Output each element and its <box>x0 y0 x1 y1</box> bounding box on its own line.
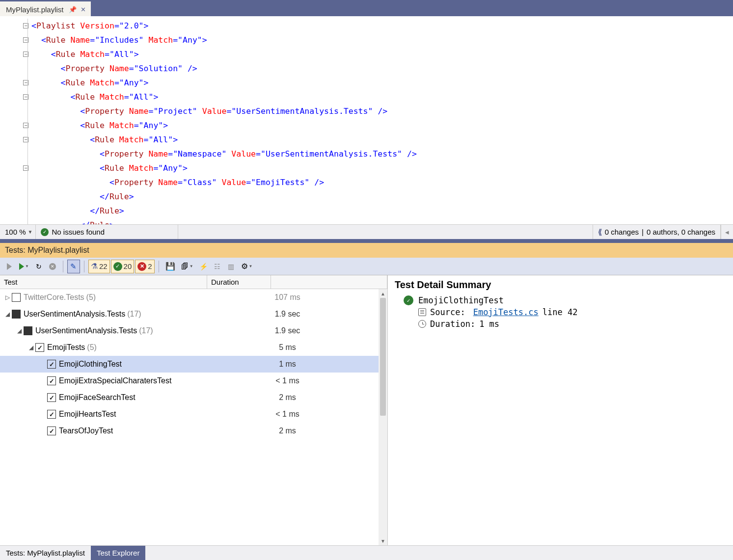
zoom-dropdown[interactable]: 100 % ▼ <box>0 225 36 239</box>
flask-icon: ⚗ <box>91 262 98 271</box>
total-count: 22 <box>99 262 108 270</box>
close-icon[interactable]: ✕ <box>81 6 86 13</box>
column-header-test[interactable]: Test <box>0 275 207 289</box>
save-button[interactable]: 💾 <box>163 260 178 273</box>
code-editor[interactable]: −−−−−−−− <Playlist Version="2.0"> <Rule … <box>0 16 733 224</box>
issues-text: No issues found <box>52 228 105 236</box>
gear-icon: ⚙ <box>241 262 248 271</box>
toolbar-separator <box>159 261 159 272</box>
tree-item-duration: 5 ms <box>207 343 387 352</box>
clock-icon <box>418 320 426 328</box>
bolt-icon: ⚡ <box>199 263 208 270</box>
run-all-button[interactable] <box>3 260 16 273</box>
columns-button[interactable]: ▥ <box>225 260 238 273</box>
scroll-up-arrow[interactable]: ▲ <box>379 289 387 298</box>
tree-row[interactable]: EmojiFaceSearchTest2 ms <box>0 389 387 406</box>
stop-icon <box>49 263 56 270</box>
run-button[interactable]: ▼ <box>17 260 31 273</box>
tree-row[interactable]: TearsOfJoyTest2 ms <box>0 423 387 439</box>
expand-toggle[interactable]: ◢ <box>16 327 23 334</box>
separator: | <box>642 228 644 236</box>
columns-icon: ▥ <box>228 263 234 270</box>
tree-item-duration: 107 ms <box>207 293 387 302</box>
repeat-icon: ↻ <box>36 263 42 270</box>
changes-indicator[interactable]: ⟪ 0 changes | 0 authors, 0 changes <box>593 225 721 239</box>
tree-item-duration: < 1 ms <box>207 376 387 385</box>
tree-item-count: (17) <box>139 326 153 335</box>
expand-toggle[interactable]: ▷ <box>4 294 11 301</box>
tree-item-duration: 2 ms <box>207 393 387 402</box>
document-icon <box>418 308 426 316</box>
total-tests-filter[interactable]: ⚗ 22 <box>88 260 110 273</box>
editor-tab-bar: MyPlaylist.playlist 📌 ✕ <box>0 0 733 16</box>
chevron-down-icon: ▼ <box>190 264 193 268</box>
tests-toolbar: ▼ ↻ ✎ ⚗ 22 ✓ 20 ✕ 2 💾 🗐▼ ⚡ ☷ ▥ ⚙▼ <box>0 258 733 275</box>
tree-item-label: UserSentimentAnalysis.Tests <box>24 310 125 319</box>
play-icon <box>19 263 24 270</box>
tree-item-count: (5) <box>86 293 96 302</box>
editor-status-bar: 100 % ▼ ✓ No issues found ⟪ 0 changes | … <box>0 224 733 239</box>
source-file-link[interactable]: EmojiTests.cs <box>473 307 539 317</box>
check-circle-icon: ✓ <box>113 262 122 271</box>
check-circle-icon: ✓ <box>404 295 413 305</box>
panel-divider[interactable] <box>0 239 733 243</box>
tree-item-duration: < 1 ms <box>207 410 387 419</box>
failed-tests-filter[interactable]: ✕ 2 <box>135 260 154 273</box>
zoom-value: 100 % <box>5 228 26 236</box>
checkbox[interactable] <box>12 310 21 319</box>
expand-toggle[interactable]: ◢ <box>27 344 34 351</box>
tree-row[interactable]: ◢UserSentimentAnalysis.Tests (17)1.9 sec <box>0 322 387 339</box>
passed-count: 20 <box>124 262 132 270</box>
checkbox[interactable] <box>47 410 56 419</box>
tab-playlist[interactable]: Tests: MyPlaylist.playlist <box>0 546 91 560</box>
code-content[interactable]: <Playlist Version="2.0"> <Rule Name="Inc… <box>31 16 417 224</box>
tree-row[interactable]: EmojiHeartsTest< 1 ms <box>0 406 387 423</box>
tab-test-explorer[interactable]: Test Explorer <box>91 546 146 560</box>
tree-row[interactable]: ▷TwitterCore.Tests (5)107 ms <box>0 289 387 306</box>
group-button[interactable]: ☷ <box>211 260 224 273</box>
checkbox[interactable] <box>35 343 44 352</box>
repeat-button[interactable]: ↻ <box>32 260 45 273</box>
tab-filename: MyPlaylist.playlist <box>6 5 64 14</box>
scroll-down-arrow[interactable]: ▼ <box>379 536 387 545</box>
tree-item-label: EmojiTests <box>47 343 85 352</box>
stop-button[interactable] <box>46 260 59 273</box>
analyze-button[interactable]: ⚡ <box>197 260 210 273</box>
tree-row[interactable]: EmojiExtraSpecialCharatersTest< 1 ms <box>0 373 387 389</box>
source-line: line 42 <box>543 307 578 317</box>
tree-row[interactable]: ◢EmojiTests (5)5 ms <box>0 339 387 356</box>
settings-button[interactable]: ⚙▼ <box>239 260 255 273</box>
tests-panel-title: Tests: MyPlaylist.playlist <box>0 243 733 258</box>
detail-test-name: EmojiClothingTest <box>418 295 504 305</box>
bottom-tab-bar: Tests: MyPlaylist.playlist Test Explorer <box>0 545 733 560</box>
checkbox[interactable] <box>24 326 32 335</box>
column-header-spacer <box>271 275 387 289</box>
issues-indicator[interactable]: ✓ No issues found <box>36 225 178 239</box>
passed-tests-filter[interactable]: ✓ 20 <box>111 260 135 273</box>
pin-icon[interactable]: 📌 <box>69 6 77 13</box>
tree-row[interactable]: ◢UserSentimentAnalysis.Tests (17)1.9 sec <box>0 306 387 322</box>
playlist-button[interactable]: 🗐▼ <box>179 260 196 273</box>
checkbox[interactable] <box>47 360 56 369</box>
edit-playlist-button[interactable]: ✎ <box>67 260 80 273</box>
tree-item-label: EmojiHeartsTest <box>59 410 116 419</box>
failed-count: 2 <box>148 262 152 270</box>
checkbox[interactable] <box>47 376 56 385</box>
vertical-scrollbar[interactable]: ▲ ▼ <box>379 289 387 545</box>
scroll-indicator[interactable]: ◂ <box>721 225 733 239</box>
tree-item-count: (5) <box>87 343 97 352</box>
playlist-icon: 🗐 <box>181 262 189 270</box>
test-detail-panel: Test Detail Summary ✓ EmojiClothingTest … <box>388 275 733 545</box>
authors-text: 0 authors, 0 changes <box>647 228 715 236</box>
scrollbar-thumb[interactable] <box>380 298 386 416</box>
checkbox[interactable] <box>47 393 56 402</box>
tree-item-label: EmojiClothingTest <box>59 360 122 369</box>
save-icon: 💾 <box>165 262 175 271</box>
tree-row[interactable]: EmojiClothingTest1 ms <box>0 356 387 373</box>
editor-tab[interactable]: MyPlaylist.playlist 📌 ✕ <box>0 1 91 16</box>
column-header-duration[interactable]: Duration <box>207 275 271 289</box>
changes-icon: ⟪ <box>598 228 602 237</box>
expand-toggle[interactable]: ◢ <box>4 311 11 318</box>
checkbox[interactable] <box>12 293 21 302</box>
checkbox[interactable] <box>47 427 56 435</box>
